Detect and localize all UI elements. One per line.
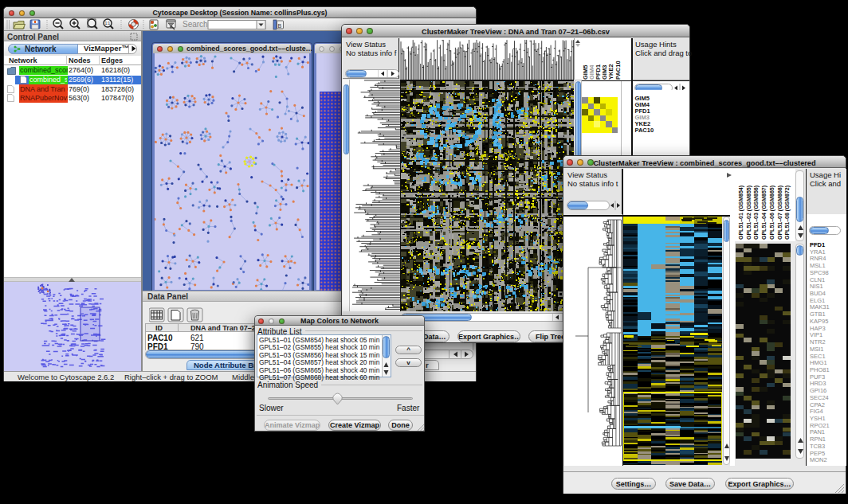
svg-text:Search:: Search: xyxy=(183,20,210,29)
svg-text:B: B xyxy=(278,23,282,29)
svg-text:1:1: 1:1 xyxy=(105,21,111,25)
